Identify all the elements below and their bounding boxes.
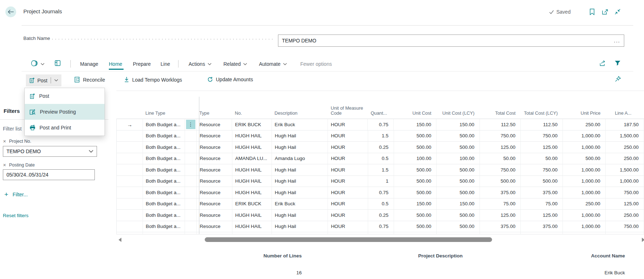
project-no-filter-select[interactable]: TEMPO DEMO <box>3 146 97 157</box>
cell-description[interactable]: Hugh Hail <box>272 142 328 153</box>
cell-uom[interactable]: HOUR <box>328 187 368 198</box>
add-filter-button[interactable]: + Filter... <box>4 192 28 197</box>
cell-no[interactable]: HUGH HAIL <box>232 164 272 175</box>
cell-dots[interactable] <box>185 164 197 175</box>
column-header-description[interactable]: Description <box>272 91 328 119</box>
cell-uom[interactable]: HOUR <box>328 153 368 164</box>
cell-line_amount[interactable]: 250.00 <box>606 142 644 153</box>
menu-item-preview-posting[interactable]: Preview Posting <box>25 104 105 120</box>
scroll-right-arrow[interactable] <box>642 238 644 242</box>
cell-quantity[interactable]: 0.25 <box>368 210 394 221</box>
cell-description[interactable]: Hugh Hail <box>272 164 328 175</box>
cell-total_cost_lcy[interactable]: 750.00 <box>521 164 563 175</box>
cell-no[interactable]: HUGH HAIL <box>232 210 272 221</box>
cell-type[interactable]: Resource <box>197 142 232 153</box>
cell-description[interactable]: Hugh Hail <box>272 210 328 221</box>
cell-no[interactable]: AMANDA LU... <box>232 153 272 164</box>
cell-total_cost[interactable]: 750.00 <box>480 131 521 142</box>
cell-dots[interactable] <box>185 176 197 187</box>
cell-quantity[interactable]: 0.75 <box>368 119 394 130</box>
column-header-total_cost[interactable]: Total Cost <box>479 91 520 119</box>
cell-total_cost_lcy[interactable]: 112.50 <box>521 119 563 130</box>
cell-line_amount[interactable]: 1,000.00 <box>606 176 644 187</box>
cell-line_type[interactable]: Both Budget a... <box>143 198 185 210</box>
cell-unit_price[interactable]: 250.00 <box>563 198 606 210</box>
cell-unit_cost[interactable]: 100.00 <box>394 153 437 164</box>
cell-unit_cost_lcy[interactable]: 500.00 <box>437 131 480 142</box>
cell-line_type[interactable]: Both Budget a... <box>143 164 185 175</box>
cell-description[interactable]: Hugh Hail <box>272 131 328 142</box>
cell-unit_cost_lcy[interactable]: 500.00 <box>437 210 480 221</box>
cell-unit_cost_lcy[interactable]: 100.00 <box>437 153 480 164</box>
cell-no[interactable]: HUGH HAIL <box>232 142 272 153</box>
cell-quantity[interactable]: 0.75 <box>368 221 394 232</box>
update-amounts-button[interactable]: Update Amounts <box>207 77 253 82</box>
cell-description[interactable]: Hugh Hail <box>272 221 328 232</box>
cell-line_type[interactable]: Both Budget a... <box>143 221 185 232</box>
cell-unit_cost[interactable]: 150.00 <box>394 198 437 210</box>
cell-dots[interactable] <box>185 221 197 232</box>
cell-description[interactable]: Hugh Hail <box>272 176 328 187</box>
cell-total_cost[interactable]: 125.00 <box>480 210 521 221</box>
cell-total_cost[interactable]: 500.00 <box>480 176 521 187</box>
cell-total_cost[interactable]: 750.00 <box>480 164 521 175</box>
tab-manage[interactable]: Manage <box>80 61 98 67</box>
cell-line_amount[interactable]: 250.00 <box>606 210 644 221</box>
column-header-line_type[interactable]: Line Type <box>143 91 185 119</box>
cell-unit_cost[interactable]: 150.00 <box>394 119 436 130</box>
cell-unit_price[interactable]: 1,000.00 <box>563 142 606 153</box>
scroll-left-arrow[interactable] <box>119 238 121 242</box>
cell-quantity[interactable]: 1 <box>368 176 394 187</box>
cell-no[interactable]: HUGH HAIL <box>232 176 272 187</box>
cell-no[interactable]: HUGH HAIL <box>232 221 272 232</box>
post-split-button[interactable]: Post <box>26 74 61 86</box>
cell-unit_cost_lcy[interactable]: 500.00 <box>437 164 480 175</box>
batch-name-input[interactable]: TEMPO DEMO ... <box>278 35 624 47</box>
remove-filter-icon[interactable]: ✕ <box>3 163 6 168</box>
collapse-icon[interactable] <box>615 9 621 15</box>
assist-edit-button[interactable]: ... <box>614 38 620 44</box>
cell-unit_cost[interactable]: 500.00 <box>394 221 437 232</box>
cell-line_amount[interactable]: 187.50 <box>606 119 644 130</box>
menu-item-post-and-print[interactable]: Post and Print <box>25 120 105 136</box>
cell-type[interactable]: Resource <box>197 164 232 175</box>
column-header-unit_cost[interactable]: Unit Cost <box>394 91 436 119</box>
cell-unit_cost[interactable]: 500.00 <box>394 142 437 153</box>
fewer-options-button[interactable]: Fewer options <box>300 61 332 67</box>
cell-total_cost[interactable]: 112.50 <box>480 119 521 130</box>
cell-unit_price[interactable]: 1,000.00 <box>563 187 606 198</box>
cell-total_cost_lcy[interactable]: 50.00 <box>521 153 563 164</box>
cell-uom[interactable]: HOUR <box>328 176 368 187</box>
cell-unit_price[interactable]: 1,000.00 <box>563 210 606 221</box>
cell-line_type[interactable]: Both Budget a... <box>143 131 185 142</box>
cell-type[interactable]: Resource <box>197 119 232 130</box>
cell-line_amount[interactable]: 1,500.00 <box>606 131 644 142</box>
bookmark-icon[interactable] <box>589 9 595 15</box>
menu-item-post[interactable]: Post <box>25 88 105 104</box>
cell-unit_cost[interactable]: 500.00 <box>394 176 437 187</box>
column-header-unit_cost_lcy[interactable]: Unit Cost (LCY) <box>436 91 479 119</box>
cell-uom[interactable]: HOUR <box>328 221 368 232</box>
cell-total_cost_lcy[interactable]: 500.00 <box>521 176 563 187</box>
tab-prepare[interactable]: Prepare <box>133 61 151 67</box>
cell-line_type[interactable]: Both Budget a... <box>143 187 185 198</box>
cell-dots[interactable] <box>185 142 197 153</box>
cell-unit_price[interactable]: 1,000.00 <box>563 221 606 232</box>
cell-no[interactable]: HUGH HAIL <box>232 131 272 142</box>
cell-line_amount[interactable]: 750.00 <box>606 187 644 198</box>
cell-quantity[interactable]: 0.75 <box>368 187 394 198</box>
cell-type[interactable]: Resource <box>197 210 232 221</box>
cell-total_cost[interactable]: 50.00 <box>480 153 521 164</box>
cell-total_cost_lcy[interactable]: 750.00 <box>521 131 563 142</box>
cell-total_cost[interactable]: 375.00 <box>480 221 521 232</box>
cell-unit_cost[interactable]: 500.00 <box>394 187 437 198</box>
cell-line_type[interactable]: Both Budget a... <box>143 176 185 187</box>
cell-dots[interactable]: ⋮ <box>185 119 197 130</box>
cell-description[interactable]: Amanda Lugo <box>272 153 328 164</box>
column-header-no[interactable]: No. <box>232 91 272 119</box>
cell-quantity[interactable]: 1.5 <box>368 131 394 142</box>
filter-funnel-icon[interactable] <box>615 60 621 66</box>
cell-quantity[interactable]: 0.25 <box>368 142 394 153</box>
cell-quantity[interactable]: 0.5 <box>368 198 394 210</box>
cell-total_cost_lcy[interactable]: 375.00 <box>521 187 563 198</box>
